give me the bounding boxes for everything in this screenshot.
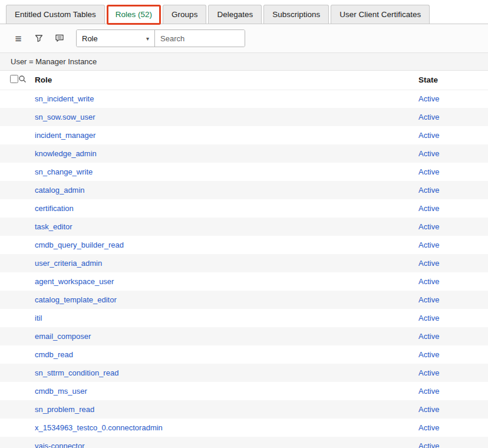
tab-label: Delegates <box>217 10 253 19</box>
role-link[interactable]: agent_workspace_user <box>35 277 114 286</box>
table-row: sn_incident_write Active <box>0 90 488 108</box>
tab[interactable]: Subscriptions <box>263 5 329 24</box>
role-link[interactable]: user_criteria_admin <box>35 259 102 268</box>
table-row: catalog_admin Active <box>0 181 488 199</box>
table-row: email_composer Active <box>0 327 488 345</box>
table-row: knowledge_admin Active <box>0 144 488 163</box>
role-link[interactable]: sn_change_write <box>35 167 93 176</box>
table-row: cmdb_query_builder_read Active <box>0 236 488 254</box>
roles-table: Role State sn_incident_write Active sn_s… <box>0 71 488 448</box>
state-link[interactable]: Active <box>418 405 439 414</box>
search-input[interactable] <box>155 30 245 47</box>
list-toolbar: ≡ Role ▾ <box>0 24 488 53</box>
state-link[interactable]: Active <box>418 131 439 140</box>
tab[interactable]: Groups <box>163 5 206 24</box>
column-header-state[interactable]: State <box>418 71 488 90</box>
list-controls-menu-icon[interactable]: ≡ <box>11 31 26 46</box>
search-column-value: Role <box>82 34 98 43</box>
role-link[interactable]: catalog_admin <box>35 186 85 195</box>
state-link[interactable]: Active <box>418 314 439 322</box>
table-row: user_criteria_admin Active <box>0 254 488 272</box>
table-row: catalog_template_editor Active <box>0 291 488 309</box>
role-link[interactable]: cmdb_read <box>35 350 73 359</box>
tab[interactable]: Roles (52) <box>107 5 161 25</box>
role-link[interactable]: catalog_template_editor <box>35 295 117 304</box>
table-row: itil Active <box>0 309 488 327</box>
tab-bar: Entitled Custom Tables Roles (52) Groups… <box>0 0 488 24</box>
state-link[interactable]: Active <box>418 442 439 448</box>
role-link[interactable]: sn_problem_read <box>35 405 94 414</box>
state-link[interactable]: Active <box>418 387 439 396</box>
tab-label: Subscriptions <box>272 10 320 19</box>
speech-bubble-icon <box>55 34 64 43</box>
state-link[interactable]: Active <box>418 167 439 176</box>
state-link[interactable]: Active <box>418 332 439 341</box>
table-row: incident_manager Active <box>0 126 488 144</box>
state-link[interactable]: Active <box>418 204 439 213</box>
column-header-role[interactable]: Role <box>35 71 418 90</box>
chat-icon[interactable] <box>52 31 67 46</box>
state-link[interactable]: Active <box>418 222 439 231</box>
state-link[interactable]: Active <box>418 368 439 377</box>
table-row: task_editor Active <box>0 218 488 236</box>
tab-label: Groups <box>172 10 197 19</box>
table-row: cmdb_read Active <box>0 345 488 364</box>
role-link[interactable]: sn_sttrm_condition_read <box>35 368 118 377</box>
table-body: sn_incident_write Active sn_sow.sow_user… <box>0 90 488 448</box>
state-link[interactable]: Active <box>418 241 439 249</box>
tab-label: Roles (52) <box>116 10 152 19</box>
state-link[interactable]: Active <box>418 295 439 304</box>
tab[interactable]: Delegates <box>208 5 262 24</box>
funnel-icon <box>34 34 44 43</box>
role-link[interactable]: x_1534963_testco_0.connectoradmin <box>35 423 163 432</box>
role-link[interactable]: email_composer <box>35 332 91 341</box>
role-link[interactable]: knowledge_admin <box>35 149 97 158</box>
role-link[interactable]: cmdb_ms_user <box>35 387 87 396</box>
table-header-row: Role State <box>0 71 488 90</box>
state-link[interactable]: Active <box>418 423 439 432</box>
role-link[interactable]: sn_sow.sow_user <box>35 113 95 121</box>
state-link[interactable]: Active <box>418 94 439 103</box>
chevron-down-icon: ▾ <box>146 35 149 42</box>
role-link[interactable]: sn_incident_write <box>35 94 94 103</box>
state-link[interactable]: Active <box>418 277 439 286</box>
role-link[interactable]: itil <box>35 314 42 322</box>
table-row: certification Active <box>0 199 488 218</box>
tab-label: Entitled Custom Tables <box>15 10 96 19</box>
role-link[interactable]: vais-connector <box>35 442 85 448</box>
table-row: cmdb_ms_user Active <box>0 382 488 400</box>
table-row: vais-connector Active <box>0 437 488 448</box>
role-link[interactable]: task_editor <box>35 222 72 231</box>
search-rows-icon[interactable] <box>18 75 27 83</box>
role-link[interactable]: incident_manager <box>35 131 95 140</box>
role-link[interactable]: cmdb_query_builder_read <box>35 241 124 249</box>
state-link[interactable]: Active <box>418 149 439 158</box>
table-row: sn_sttrm_condition_read Active <box>0 364 488 382</box>
breadcrumb-row: User = Manager Instance <box>0 53 488 71</box>
breadcrumb-filter[interactable]: User = Manager Instance <box>11 57 97 66</box>
table-row: sn_sow.sow_user Active <box>0 108 488 126</box>
tab-label: User Client Certificates <box>339 10 421 19</box>
role-link[interactable]: certification <box>35 204 74 213</box>
table-row: agent_workspace_user Active <box>0 272 488 291</box>
select-all-checkbox[interactable] <box>10 75 18 83</box>
filter-icon[interactable] <box>31 31 47 46</box>
table-row: sn_change_write Active <box>0 163 488 181</box>
table-row: sn_problem_read Active <box>0 400 488 419</box>
menu-icon: ≡ <box>15 33 21 44</box>
state-link[interactable]: Active <box>418 259 439 268</box>
search-column-select[interactable]: Role ▾ <box>77 30 155 47</box>
tab[interactable]: Entitled Custom Tables <box>6 5 105 24</box>
state-link[interactable]: Active <box>418 350 439 359</box>
state-link[interactable]: Active <box>418 186 439 195</box>
state-link[interactable]: Active <box>418 113 439 121</box>
tab[interactable]: User Client Certificates <box>331 5 430 24</box>
search-combo: Role ▾ <box>76 29 245 47</box>
table-row: x_1534963_testco_0.connectoradmin Active <box>0 419 488 437</box>
